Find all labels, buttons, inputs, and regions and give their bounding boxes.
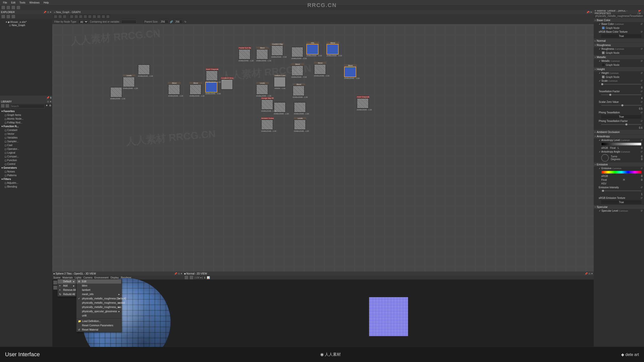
graph-node[interactable]: Ambient Occlusion2048x2048 - L16 xyxy=(261,117,274,132)
filter-type-select[interactable]: All xyxy=(78,20,88,24)
library-item[interactable]: ◻ Blending xyxy=(1,185,52,189)
pin-icon[interactable]: 📌 xyxy=(586,11,589,14)
menu-item[interactable]: unlit xyxy=(76,313,121,318)
menu-edit[interactable]: Edit xyxy=(9,1,17,4)
pin-icon[interactable]: 📌 xyxy=(638,10,641,12)
graph-node[interactable]: Blend2048x2048 - C16 xyxy=(327,42,339,57)
graph-node[interactable]: Blend2048x2048 - C16 xyxy=(344,64,357,79)
reset-icon[interactable]: ↺ xyxy=(640,139,642,142)
reset-icon[interactable]: ↺ xyxy=(640,30,642,33)
tool-icon[interactable] xyxy=(102,15,105,18)
tool-icon[interactable] xyxy=(7,15,10,18)
reset-icon[interactable]: ↺ xyxy=(640,72,642,74)
library-item[interactable]: ◻ Operator... xyxy=(1,147,52,151)
aniso-level-gradient[interactable] xyxy=(601,143,641,146)
max-icon[interactable]: □ xyxy=(178,272,180,275)
close-icon[interactable]: × xyxy=(591,11,592,14)
phong-value[interactable]: True xyxy=(601,115,641,119)
graph-node[interactable]: HSL2048x2048 - C16 xyxy=(306,42,319,57)
height-graphnode[interactable]: Graph Node xyxy=(594,75,644,79)
max-icon[interactable]: □ xyxy=(47,11,49,14)
menu-item[interactable]: Default▸ xyxy=(58,279,76,284)
tool-icon[interactable] xyxy=(54,15,57,18)
menu-item[interactable]: mesh_info▸ xyxy=(76,292,121,296)
menu-windows[interactable]: Windows xyxy=(27,1,42,4)
reset-icon[interactable]: ↺ xyxy=(640,197,642,199)
library-item[interactable]: ◻ Adjustm... xyxy=(1,181,52,185)
menu-lights[interactable]: Lights xyxy=(75,276,82,279)
aniso-angle-dial[interactable]: Turns0 Degrees0 xyxy=(594,154,644,162)
section-basecolor[interactable]: ▾Base Color xyxy=(594,18,644,22)
emissive-hue-gradient[interactable] xyxy=(601,171,641,174)
graph-node[interactable]: Levels2048x2048 - L16 xyxy=(256,82,269,97)
library-item[interactable]: ◻ Function xyxy=(1,158,52,162)
filter-icon[interactable]: ▼ xyxy=(46,104,48,108)
tool-icon[interactable] xyxy=(106,15,110,18)
graph-canvas[interactable]: 2048x2048 - L16Levels2048x2048 - L162048… xyxy=(52,24,594,272)
reset-icon[interactable]: ↺ xyxy=(640,150,642,153)
reset-icon[interactable]: ↺ xyxy=(640,48,642,50)
library-item[interactable]: ◻ Logical xyxy=(1,151,52,155)
graph-node[interactable]: 2048x2048 - C16 xyxy=(291,47,304,60)
tool-icon[interactable] xyxy=(1,104,5,108)
graph-node[interactable]: Blend2048x2048 - C16 xyxy=(291,63,304,78)
graph-node[interactable]: Fractal Sum Base2048x2048 - L16 xyxy=(238,47,251,62)
section-normal[interactable]: ▸Normal xyxy=(594,39,644,43)
library-item[interactable]: ◻ Control xyxy=(1,162,52,166)
home-icon[interactable] xyxy=(2,6,5,9)
tool-icon[interactable] xyxy=(88,15,92,18)
menu-item[interactable]: blinn xyxy=(76,284,121,288)
graph-node[interactable]: Gradient Map2048x2048 - C16 xyxy=(271,43,284,58)
reset-icon[interactable]: ↺ xyxy=(640,120,642,122)
menu-item[interactable]: ✓physically_metallic_roughness [Default]… xyxy=(76,296,121,301)
library-item[interactable]: ◻ Constant xyxy=(1,128,52,132)
graph-node[interactable]: 2048x2048 - L16 xyxy=(274,102,286,115)
tool-icon[interactable] xyxy=(84,15,87,18)
tool-icon[interactable] xyxy=(6,104,9,108)
graph-node[interactable]: Blend2048x2048 - L16 xyxy=(256,47,269,62)
graph-node[interactable]: Blend2048x2048 - L16 xyxy=(293,83,305,98)
tool-icon[interactable] xyxy=(93,15,96,18)
srgb-emiss-value[interactable]: True xyxy=(601,200,641,204)
graph-node[interactable]: 2048x2048 - L16 xyxy=(110,87,123,100)
parent-w-input[interactable] xyxy=(160,20,168,24)
view2d-canvas[interactable] xyxy=(183,276,594,357)
reset-icon[interactable]: ↺ xyxy=(640,23,642,25)
menu-item[interactable]: physically_metallic_roughness_coated▸ xyxy=(76,301,121,305)
parent-h-input[interactable] xyxy=(174,20,183,24)
tool-icon[interactable] xyxy=(58,15,62,18)
menu-item[interactable]: ×Remove All xyxy=(58,288,76,292)
metallic-graphnode[interactable]: Graph Node xyxy=(594,63,644,67)
library-item[interactable]: ◻ Sampler... xyxy=(1,140,52,143)
srgb-base-value[interactable]: True xyxy=(601,34,641,38)
reset-icon[interactable]: ↺ xyxy=(640,209,642,212)
refresh-icon[interactable]: ↻ xyxy=(184,20,186,23)
light-icon[interactable] xyxy=(53,286,57,290)
graph-node[interactable]: Invert Grayscale2048x2048 - L16 xyxy=(206,68,218,83)
graph-node[interactable]: Levels2048x2048 - L16 xyxy=(294,117,306,132)
menu-item[interactable]: ⚙Edit xyxy=(76,279,121,284)
section-emissive[interactable]: ▾Emissive xyxy=(594,162,644,166)
tool-icon[interactable] xyxy=(2,15,5,18)
tess-slider[interactable] xyxy=(601,94,641,95)
settings-icon[interactable]: ⚙ xyxy=(49,104,51,108)
tool-icon[interactable] xyxy=(63,15,66,18)
info-icon[interactable]: ℹ xyxy=(50,96,51,99)
graph-node[interactable]: Grunge Map 0012048x2048 - L16 xyxy=(261,97,274,112)
save-icon[interactable] xyxy=(12,6,15,9)
section-aniso[interactable]: ▾Anisotropy xyxy=(594,134,644,138)
graph-node[interactable]: Levels2048x2048 - L16 xyxy=(123,74,135,89)
reset-icon[interactable]: ↺ xyxy=(640,79,642,82)
library-search-input[interactable] xyxy=(10,104,45,108)
menu-scene[interactable]: Scene xyxy=(53,276,60,279)
menu-item[interactable]: 📁Load Definition... xyxy=(76,319,121,323)
pin-icon[interactable]: 📌 xyxy=(43,11,46,14)
roughness-graphnode[interactable]: Graph Node xyxy=(594,51,644,55)
contain-input[interactable] xyxy=(121,20,136,24)
menu-item[interactable]: physically_specular_glossiness▸ xyxy=(76,309,121,313)
reset-icon[interactable]: ↺ xyxy=(640,186,642,189)
menu-tools[interactable]: Tools xyxy=(17,1,27,4)
library-item[interactable]: ◻ Graph Items xyxy=(1,113,52,117)
close-icon[interactable]: × xyxy=(181,272,182,275)
section-metallic[interactable]: ▾Metallic xyxy=(594,55,644,59)
